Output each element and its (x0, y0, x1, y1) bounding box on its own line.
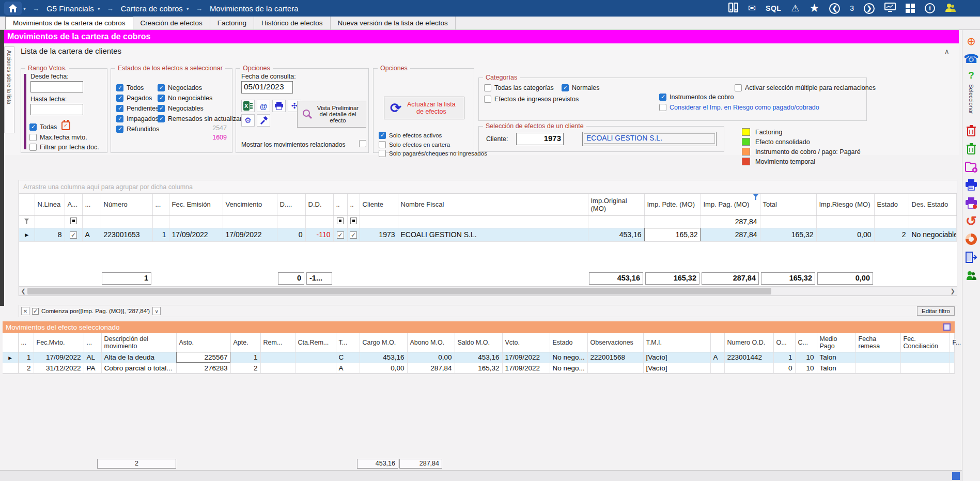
col-header[interactable]: ... (82, 194, 101, 215)
editar-filtro-button[interactable]: Editar filtro (917, 306, 955, 316)
col-header[interactable]: Observaciones (587, 333, 643, 352)
warning-icon[interactable]: ⚠ (791, 4, 799, 13)
desde-input[interactable] (30, 81, 83, 92)
col-header[interactable]: A... (65, 194, 82, 215)
col-header[interactable]: D.D. (305, 194, 333, 215)
tab-historico[interactable]: Histórico de efectos (254, 17, 331, 29)
col-header[interactable]: Estado (874, 194, 909, 215)
col-header[interactable]: Estado (550, 333, 587, 352)
estado-refundidos-checkbox[interactable]: Refundidos (116, 126, 159, 133)
solo-pagares-checkbox[interactable]: Solo pagarés/cheques no ingresados (379, 150, 487, 157)
maximize-icon[interactable] (943, 323, 951, 331)
estado-negociables-checkbox[interactable]: Negociables (158, 105, 204, 112)
col-header[interactable]: .. (333, 194, 347, 215)
mostrar-checkbox[interactable] (359, 140, 366, 147)
delete-green-trash-icon[interactable] (965, 142, 978, 156)
phone-icon[interactable]: ☎ (965, 52, 978, 66)
breadcrumb-caret-icon[interactable]: ▾ (186, 6, 189, 11)
tab-movimientos[interactable]: Movimientos de la cartera de cobros (5, 17, 133, 29)
nav-back-icon[interactable]: ❮ (829, 3, 840, 14)
col-header[interactable]: Imp. Pdte. (MO) (644, 194, 701, 215)
solo-activos-checkbox[interactable]: Solo efectos activos (379, 132, 442, 139)
horizontal-scrollbar[interactable]: ❮ ❯ (19, 286, 957, 296)
col-header[interactable]: ... (84, 333, 101, 352)
favorites-star-icon[interactable]: ★ (809, 3, 819, 14)
detail-row-2[interactable]: 2 31/12/2022 PA Cobro parcial o total...… (3, 363, 955, 373)
col-header[interactable]: Fecha remesa (855, 333, 900, 352)
grid-data-row[interactable]: ▸ 8 ✓ A 223001653 1 17/09/2022 17/09/202… (19, 228, 957, 241)
row-checkbox-2[interactable]: ✓ (350, 231, 357, 239)
col-header[interactable]: Apte. (230, 333, 260, 352)
undo-icon[interactable]: ↺ (965, 214, 978, 228)
col-header[interactable]: Des. Estado (909, 194, 957, 215)
filter-toggle-1[interactable] (337, 218, 344, 224)
col-header[interactable]: O... (773, 333, 795, 352)
tools-hammer-icon[interactable] (257, 114, 270, 127)
col-header[interactable]: Numero O.D. (724, 333, 773, 352)
grid-filter-row[interactable]: 287,84 (19, 215, 957, 228)
archive-icon[interactable] (728, 3, 738, 14)
breadcrumb-app[interactable]: G5 Financials (46, 4, 94, 13)
mail-icon[interactable]: ✉ (748, 4, 756, 13)
estado-todos-checkbox[interactable]: Todos (116, 84, 144, 91)
add-circle-icon[interactable]: ⊕ (965, 34, 978, 48)
col-header[interactable]: Total (760, 194, 816, 215)
group-by-hint[interactable]: Arrastre una columna aquí para agrupar p… (19, 180, 957, 194)
filter-enabled-checkbox[interactable]: ✓ (32, 308, 39, 315)
cliente-name-field[interactable]: ECOALI GESTION S.L. (582, 132, 717, 146)
estado-pagados-checkbox[interactable]: Pagados (116, 95, 152, 102)
todas-checkbox[interactable]: Todas (29, 123, 57, 131)
delete-red-trash-icon[interactable] (965, 124, 978, 137)
home-button[interactable] (4, 2, 22, 15)
fecha-consulta-input[interactable]: 05/01/2023 (241, 81, 293, 94)
breadcrumb-caret-icon[interactable]: ▾ (98, 6, 100, 11)
print-queue-icon[interactable] (965, 196, 978, 210)
hasta-input[interactable] (30, 104, 83, 115)
col-header[interactable]: Número (101, 194, 152, 215)
col-header[interactable]: Vencimiento (223, 194, 277, 215)
filter-dropdown-icon[interactable]: ∨ (152, 307, 161, 315)
users-green-icon[interactable] (965, 269, 978, 282)
estado-no-negociables-checkbox[interactable]: No negociables (158, 95, 212, 102)
col-header[interactable]: Vcto. (502, 333, 550, 352)
col-header[interactable]: Nombre Fiscal (398, 194, 588, 215)
col-header[interactable]: Imp.Riesgo (MO) (816, 194, 874, 215)
col-header[interactable]: Medio Pago (817, 333, 855, 352)
remove-filter-button[interactable]: ✕ (21, 307, 29, 315)
filter-toggle-a[interactable] (70, 218, 77, 224)
settings-gear-icon[interactable]: ⚙ (241, 114, 255, 127)
asto-editing-cell[interactable]: 225567 (176, 352, 230, 363)
col-header[interactable]: T... (336, 333, 360, 352)
apps-grid-icon[interactable] (906, 4, 915, 13)
estado-pendientes-checkbox[interactable]: Pendientes (116, 105, 159, 112)
collapse-panel-icon[interactable]: ∧ (944, 48, 950, 55)
help-question-icon[interactable]: ? (965, 70, 978, 80)
col-header[interactable]: ... (18, 333, 34, 352)
filter-imp-pag[interactable]: 287,84 (701, 215, 760, 228)
print-blue-icon[interactable] (965, 178, 978, 192)
col-header[interactable]: Imp.Original (MO) (588, 194, 644, 215)
col-header[interactable]: Fec. Emisión (169, 194, 223, 215)
col-header[interactable]: .. (347, 194, 360, 215)
col-header[interactable]: Rem... (260, 333, 295, 352)
scroll-left-icon[interactable]: ❮ (19, 287, 27, 296)
col-header[interactable] (710, 333, 724, 352)
imp-pdte-editing-cell[interactable]: 165,32 (644, 228, 701, 241)
home-caret-icon[interactable]: ▾ (23, 6, 26, 11)
col-header[interactable]: ... (152, 194, 169, 215)
col-header[interactable]: N.Linea (35, 194, 65, 215)
col-header[interactable]: Saldo M.O. (455, 333, 502, 352)
considerar-riesgo-checkbox[interactable]: Considerar el Imp. en Riesgo como pagado… (659, 104, 819, 111)
row-selector[interactable]: ▸ (19, 228, 35, 241)
estado-remesados-checkbox[interactable]: Remesados sin actualizar (158, 115, 242, 122)
normales-checkbox[interactable]: Normales (562, 84, 600, 91)
acciones-side-tab[interactable]: Acciones sobre la lista (4, 46, 14, 133)
col-header[interactable]: Fec.Mvto. (34, 333, 84, 352)
col-header[interactable]: Fec. Conciliación (900, 333, 950, 352)
bottom-scroll-box[interactable] (952, 472, 960, 480)
col-header[interactable]: Descripción del movimiento (101, 333, 176, 352)
scroll-right-icon[interactable]: ❯ (948, 287, 957, 296)
vista-preliminar-button[interactable]: Vista Preliminar del detalle del efecto (297, 101, 366, 128)
breadcrumb-module[interactable]: Cartera de cobros (121, 4, 183, 13)
calendar-icon[interactable] (61, 121, 70, 130)
